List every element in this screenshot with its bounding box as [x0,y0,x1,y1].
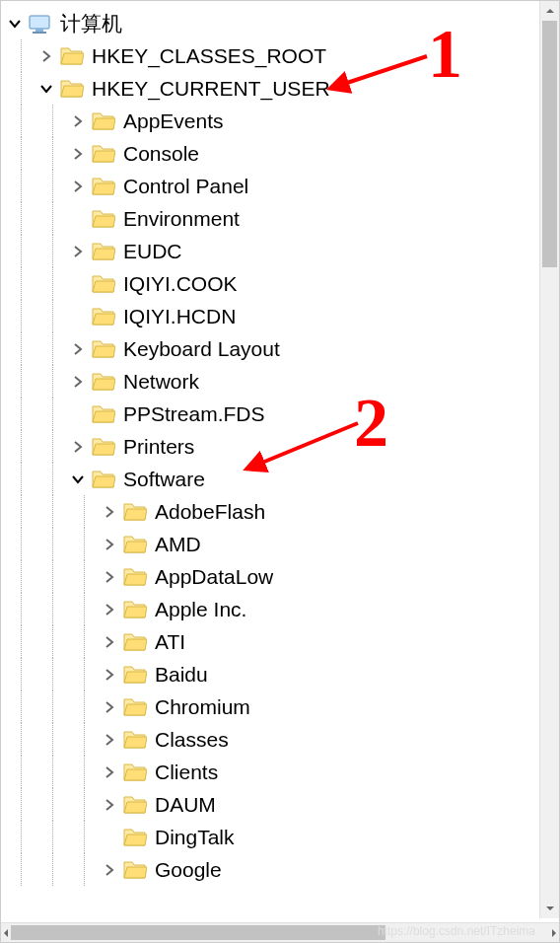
folder-icon [123,827,147,848]
folder-icon [123,729,147,751]
expand-icon[interactable] [100,567,119,587]
expand-icon[interactable] [100,795,119,815]
folder-icon [92,143,115,165]
toggle-spacer [68,274,88,294]
tree-item[interactable]: AppDataLow [5,560,559,593]
expand-icon[interactable] [100,502,119,522]
scroll-right-button[interactable] [549,923,559,943]
tree-item-label: DingTalk [155,826,235,849]
tree-item[interactable]: IQIYI.HCDN [5,300,559,332]
tree-item[interactable]: PPStream.FDS [5,398,559,430]
expand-icon[interactable] [100,600,119,619]
tree-item[interactable]: Clients [5,756,559,788]
folder-icon [92,273,115,295]
tree-item[interactable]: Console [5,137,559,170]
expand-icon[interactable] [100,860,119,880]
folder-icon [123,664,147,686]
scroll-left-button[interactable] [1,923,11,943]
tree-item-label: PPStream.FDS [123,402,265,426]
tree-item-label: 计算机 [60,10,122,37]
tree-item[interactable]: Software [5,463,559,495]
tree-item[interactable]: AdobeFlash [5,495,559,528]
tree-item[interactable]: ATI [5,625,559,658]
collapse-icon[interactable] [36,79,56,99]
tree-item-label: HKEY_CLASSES_ROOT [92,44,326,68]
tree-item[interactable]: IQIYI.COOK [5,267,559,300]
scroll-thumb-vertical[interactable] [542,21,557,267]
tree-item[interactable]: EUDC [5,235,559,267]
folder-icon [123,794,147,816]
expand-icon[interactable] [68,111,88,131]
tree-item-label: Chromium [155,695,250,719]
toggle-spacer [68,209,88,229]
tree-item[interactable]: Apple Inc. [5,593,559,625]
tree-item[interactable]: Printers [5,430,559,463]
tree-item-label: IQIYI.HCDN [123,305,236,328]
tree-item-label: Keyboard Layout [123,337,280,361]
folder-icon [123,566,147,588]
expand-icon[interactable] [100,665,119,685]
toggle-spacer [68,307,88,326]
tree-item[interactable]: Keyboard Layout [5,332,559,365]
folder-icon [60,45,84,67]
tree-item[interactable]: AMD [5,528,559,560]
expand-icon[interactable] [36,46,56,66]
expand-icon[interactable] [68,144,88,164]
registry-tree[interactable]: 计算机HKEY_CLASSES_ROOTHKEY_CURRENT_USERApp… [1,1,559,918]
tree-item-label: Printers [123,435,194,459]
folder-icon [92,338,115,360]
tree-item-label: Apple Inc. [155,598,246,621]
expand-icon[interactable] [68,339,88,359]
expand-icon[interactable] [100,535,119,554]
tree-item[interactable]: DAUM [5,788,559,821]
folder-icon [123,859,147,881]
folder-icon [92,469,115,490]
folder-icon [92,371,115,393]
tree-item[interactable]: Chromium [5,690,559,723]
tree-item-label: Baidu [155,663,208,687]
tree-item-label: Control Panel [123,175,248,198]
expand-icon[interactable] [100,632,119,652]
tree-item[interactable]: DingTalk [5,821,559,853]
tree-item-label: Software [123,468,205,491]
tree-item-label: AMD [155,533,201,556]
expand-icon[interactable] [68,177,88,196]
expand-icon[interactable] [100,730,119,750]
scroll-up-button[interactable] [540,1,559,21]
tree-item-label: ATI [155,630,185,654]
tree-item[interactable]: 计算机 [5,7,559,39]
vertical-scrollbar[interactable] [539,1,559,918]
folder-icon [123,599,147,620]
tree-item[interactable]: Baidu [5,658,559,690]
scroll-thumb-horizontal[interactable] [11,925,385,940]
toggle-spacer [68,404,88,424]
collapse-icon[interactable] [68,470,88,489]
tree-item-label: AppEvents [123,109,224,133]
folder-icon [92,403,115,425]
tree-item-label: DAUM [155,793,216,817]
tree-item[interactable]: Classes [5,723,559,756]
folder-icon [123,534,147,555]
tree-item[interactable]: AppEvents [5,105,559,137]
tree-item-label: Clients [155,761,218,784]
tree-item-label: HKEY_CURRENT_USER [92,77,330,101]
tree-item[interactable]: HKEY_CURRENT_USER [5,72,559,105]
tree-item[interactable]: HKEY_CLASSES_ROOT [5,39,559,72]
tree-item[interactable]: Environment [5,202,559,235]
expand-icon[interactable] [68,372,88,392]
tree-item-label: Network [123,370,199,394]
tree-item[interactable]: Network [5,365,559,398]
expand-icon[interactable] [68,242,88,261]
scroll-down-button[interactable] [540,899,559,918]
toggle-spacer [100,828,119,847]
expand-icon[interactable] [68,437,88,457]
collapse-icon[interactable] [5,14,25,34]
tree-item[interactable]: Google [5,853,559,886]
watermark: https://blog.csdn.net/ITzheima [378,924,535,938]
expand-icon[interactable] [100,697,119,717]
tree-item[interactable]: Control Panel [5,170,559,202]
tree-item-label: Google [155,858,222,882]
scroll-track-vertical[interactable] [540,21,559,899]
expand-icon[interactable] [100,762,119,782]
folder-icon [123,631,147,653]
